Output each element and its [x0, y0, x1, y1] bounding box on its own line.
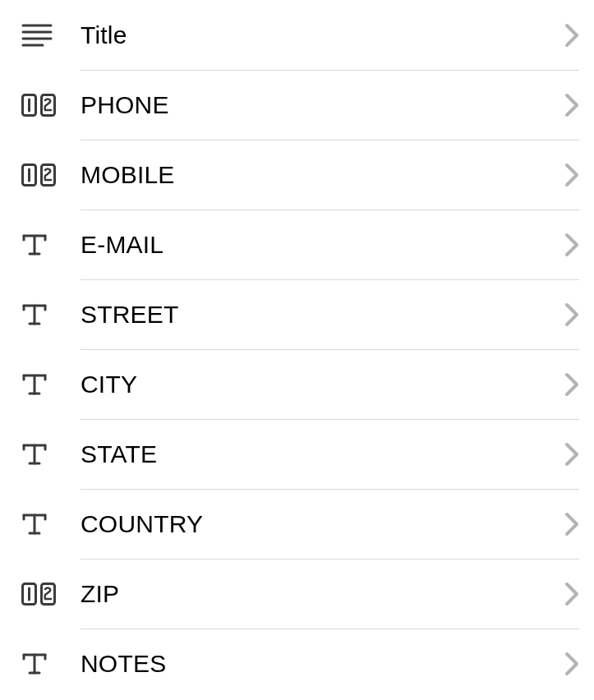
- numeric-icon: [21, 583, 81, 606]
- field-label: CITY: [81, 371, 564, 398]
- numeric-icon: [21, 94, 81, 117]
- chevron-right-icon: [564, 163, 579, 187]
- field-row-email[interactable]: E-MAIL: [0, 210, 594, 279]
- field-row-state[interactable]: STATE: [0, 419, 594, 489]
- field-row-notes[interactable]: NOTES: [0, 629, 594, 698]
- chevron-right-icon: [564, 372, 579, 397]
- field-row-phone[interactable]: PHONE: [0, 70, 594, 140]
- field-row-title[interactable]: Title: [0, 0, 594, 70]
- chevron-right-icon: [564, 442, 579, 467]
- field-label: STREET: [81, 301, 564, 329]
- field-label: E-MAIL: [81, 231, 564, 259]
- chevron-right-icon: [564, 302, 579, 327]
- field-row-mobile[interactable]: MOBILE: [0, 140, 594, 210]
- field-label: Title: [81, 21, 564, 49]
- text-icon: [21, 652, 81, 676]
- text-icon: [21, 233, 81, 257]
- field-row-zip[interactable]: ZIP: [0, 559, 594, 629]
- text-icon: [21, 442, 81, 467]
- text-icon: [21, 302, 81, 327]
- field-row-street[interactable]: STREET: [0, 279, 594, 349]
- chevron-right-icon: [564, 652, 579, 676]
- text-icon: [21, 512, 81, 537]
- chevron-right-icon: [564, 512, 579, 537]
- field-row-country[interactable]: COUNTRY: [0, 489, 594, 559]
- field-label: ZIP: [81, 580, 564, 608]
- chevron-right-icon: [564, 582, 579, 606]
- field-label: PHONE: [81, 91, 564, 119]
- field-label: COUNTRY: [81, 510, 564, 538]
- field-label: NOTES: [81, 650, 564, 678]
- chevron-right-icon: [564, 23, 579, 48]
- field-row-city[interactable]: CITY: [0, 349, 594, 419]
- field-list: Title PHONE: [0, 0, 594, 698]
- chevron-right-icon: [564, 233, 579, 257]
- lines-icon: [21, 24, 81, 47]
- chevron-right-icon: [564, 93, 579, 117]
- field-label: STATE: [81, 440, 564, 468]
- numeric-icon: [21, 163, 81, 187]
- text-icon: [21, 372, 81, 397]
- field-label: MOBILE: [81, 161, 564, 189]
